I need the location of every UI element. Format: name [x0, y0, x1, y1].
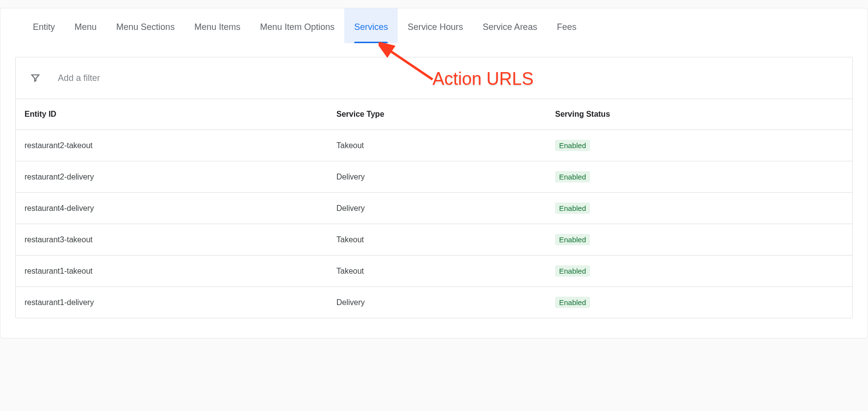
- tab-menu-items[interactable]: Menu Items: [184, 8, 250, 43]
- table-row[interactable]: restaurant1-deliveryDeliveryEnabled: [16, 287, 852, 318]
- cell-service-type: Delivery: [336, 204, 555, 213]
- filter-placeholder[interactable]: Add a filter: [58, 73, 100, 83]
- tab-services[interactable]: Services: [344, 8, 398, 43]
- cell-entity-id: restaurant1-delivery: [25, 298, 336, 307]
- table-row[interactable]: restaurant4-deliveryDeliveryEnabled: [16, 193, 852, 224]
- table-row[interactable]: restaurant1-takeoutTakeoutEnabled: [16, 256, 852, 287]
- header-entity-id[interactable]: Entity ID: [25, 110, 336, 119]
- status-badge: Enabled: [555, 203, 590, 214]
- filter-icon[interactable]: [25, 67, 46, 89]
- cell-entity-id: restaurant4-delivery: [25, 204, 336, 213]
- cell-entity-id: restaurant2-delivery: [25, 173, 336, 181]
- status-badge: Enabled: [555, 171, 590, 182]
- cell-service-type: Delivery: [336, 173, 555, 181]
- header-serving-status[interactable]: Serving Status: [555, 110, 843, 119]
- tab-service-areas[interactable]: Service Areas: [473, 8, 547, 43]
- cell-serving-status: Enabled: [555, 203, 843, 214]
- main-panel: EntityMenuMenu SectionsMenu ItemsMenu It…: [0, 8, 868, 338]
- status-badge: Enabled: [555, 140, 590, 151]
- cell-serving-status: Enabled: [555, 140, 843, 151]
- tab-menu-sections[interactable]: Menu Sections: [106, 8, 184, 43]
- cell-entity-id: restaurant3-takeout: [25, 235, 336, 244]
- cell-service-type: Takeout: [336, 267, 555, 276]
- header-service-type[interactable]: Service Type: [336, 110, 555, 119]
- cell-entity-id: restaurant2-takeout: [25, 141, 336, 150]
- tab-entity[interactable]: Entity: [23, 8, 65, 43]
- cell-serving-status: Enabled: [555, 234, 843, 245]
- table-row[interactable]: restaurant2-deliveryDeliveryEnabled: [16, 161, 852, 193]
- status-badge: Enabled: [555, 265, 590, 277]
- cell-service-type: Takeout: [336, 235, 555, 244]
- status-badge: Enabled: [555, 234, 590, 245]
- cell-serving-status: Enabled: [555, 265, 843, 277]
- cell-entity-id: restaurant1-takeout: [25, 267, 336, 276]
- tab-menu-item-options[interactable]: Menu Item Options: [250, 8, 344, 43]
- services-table: Add a filter Entity ID Service Type Serv…: [15, 57, 853, 318]
- cell-service-type: Delivery: [336, 298, 555, 307]
- tab-service-hours[interactable]: Service Hours: [398, 8, 473, 43]
- table-row[interactable]: restaurant2-takeoutTakeoutEnabled: [16, 130, 852, 161]
- tab-fees[interactable]: Fees: [547, 8, 586, 43]
- table-header: Entity ID Service Type Serving Status: [16, 99, 852, 130]
- cell-service-type: Takeout: [336, 141, 555, 150]
- tab-menu[interactable]: Menu: [65, 8, 106, 43]
- tabs-nav: EntityMenuMenu SectionsMenu ItemsMenu It…: [0, 8, 868, 43]
- status-badge: Enabled: [555, 297, 590, 308]
- filter-bar[interactable]: Add a filter: [16, 57, 852, 99]
- table-row[interactable]: restaurant3-takeoutTakeoutEnabled: [16, 224, 852, 256]
- cell-serving-status: Enabled: [555, 297, 843, 308]
- cell-serving-status: Enabled: [555, 171, 843, 182]
